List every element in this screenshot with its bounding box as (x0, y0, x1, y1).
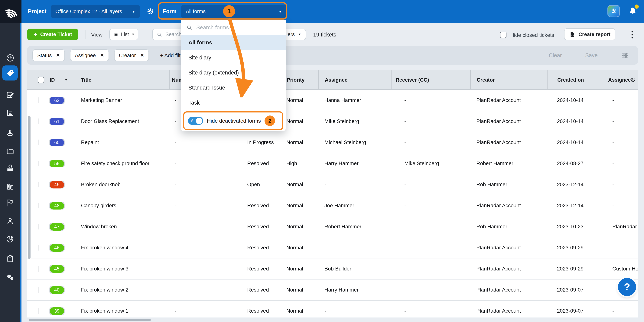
filter-chip-status[interactable]: Status × (32, 49, 65, 61)
dashboard-icon[interactable] (6, 53, 15, 62)
table-row[interactable]: 46 Fix broken window 4 - Resolved Normal… (27, 237, 638, 258)
stamp-icon[interactable] (6, 163, 15, 172)
close-icon[interactable]: × (140, 52, 144, 58)
create-report-label: Create report (578, 31, 610, 37)
hide-closed-checkbox[interactable] (500, 32, 506, 38)
ticket-assigned: - (603, 161, 638, 166)
table-row[interactable]: 62 Marketing Banner - Normal Hanna Hamme… (27, 90, 638, 111)
step-2-badge: 2 (264, 116, 275, 126)
column-header-receiver[interactable]: Receiver (CC) (391, 70, 470, 89)
row-checkbox[interactable] (38, 266, 38, 272)
view-list-dropdown[interactable]: List ▼ (109, 29, 138, 40)
form-option-site-diary[interactable]: Site diary (181, 50, 286, 65)
table-row[interactable]: 59 Fire safety check ground floor - Reso… (27, 153, 638, 174)
column-settings-gear-icon[interactable] (630, 77, 636, 83)
ticket-title[interactable]: Door Glass Replacement (81, 119, 169, 124)
ticket-id-badge: 46 (50, 244, 64, 251)
statistics-icon[interactable] (6, 108, 15, 117)
form-option-task[interactable]: Task (181, 95, 286, 110)
notifications-bell-icon[interactable] (628, 6, 638, 16)
ticket-title[interactable]: Fix broken window 3 (81, 266, 169, 272)
column-header-assignee[interactable]: Assignee (318, 70, 391, 89)
pie-chart-icon[interactable] (6, 234, 15, 243)
row-checkbox[interactable] (38, 224, 38, 229)
create-ticket-button[interactable]: + Create Ticket (27, 29, 78, 40)
column-header-creator[interactable]: Creator (470, 70, 547, 89)
ticket-number: - (169, 245, 244, 251)
table-row[interactable]: 61 Door Glass Replacement - Normal Mike … (27, 111, 638, 132)
chip-label: Creator (119, 52, 136, 58)
row-checkbox[interactable] (38, 161, 38, 166)
ticket-title[interactable]: Window broken (81, 224, 169, 229)
form-option-site-diary-extended[interactable]: Site diary (extended) (181, 65, 286, 80)
table-row[interactable]: 49 Broken doorknob - Open Normal - - Rob… (27, 174, 638, 195)
select-all-checkbox[interactable] (38, 77, 44, 83)
clipboard-icon[interactable] (6, 254, 15, 263)
row-checkbox[interactable] (38, 119, 38, 124)
column-header-assigned[interactable]: Assignee (603, 70, 638, 89)
filter-settings-sliders-icon[interactable] (621, 51, 629, 59)
clear-filters-button[interactable]: Clear (549, 52, 562, 58)
ticket-title[interactable]: Fix broken window 2 (81, 287, 169, 293)
row-checkbox[interactable] (38, 97, 38, 103)
horizontal-scrollbar[interactable] (29, 319, 151, 321)
site-presence-icon[interactable] (6, 128, 15, 137)
hide-deactivated-toggle-on[interactable]: ✓ (188, 117, 203, 125)
flag-icon[interactable] (6, 198, 15, 207)
table-row[interactable]: 39 Fix broken window 1 - Resolved Normal… (27, 301, 638, 318)
form-option-all-forms[interactable]: All forms (181, 35, 286, 50)
sidebar-item-tickets-active[interactable] (2, 65, 18, 80)
table-row[interactable]: 60 Repaint - In Progress Normal Michael … (27, 132, 638, 153)
row-checkbox[interactable] (38, 308, 38, 314)
table-row[interactable]: 47 Window broken - Resolved Normal Rober… (27, 216, 638, 237)
plus-icon: + (34, 31, 37, 38)
project-dropdown[interactable]: Office Complex 12 - All layers ▼ (51, 5, 140, 18)
ticket-assignee: Robert Hammer (318, 224, 391, 229)
ticket-title[interactable]: Fix broken window 4 (81, 245, 169, 251)
settings-gears-icon[interactable] (6, 273, 15, 282)
hide-closed-tickets-control[interactable]: Hide closed tickets (500, 32, 554, 38)
form-option-standard-issue[interactable]: Standard Issue (181, 80, 286, 95)
row-checkbox[interactable] (38, 140, 38, 145)
plans-icon[interactable] (6, 90, 15, 99)
table-row[interactable]: 45 Fix broken window 3 - Resolved Normal… (27, 258, 638, 280)
more-options-kebab-icon[interactable] (630, 29, 635, 40)
filter-chip-assignee[interactable]: Assignee × (70, 49, 109, 61)
close-icon[interactable]: × (100, 52, 104, 58)
close-icon[interactable]: × (56, 52, 60, 58)
ticket-title[interactable]: Repaint (81, 140, 169, 145)
ticket-title[interactable]: Fire safety check ground floor (81, 161, 169, 166)
form-search-row[interactable] (181, 20, 286, 35)
row-checkbox[interactable] (38, 287, 38, 293)
column-header-created-on[interactable]: Created on (547, 70, 603, 89)
column-header-id[interactable]: ID ▼ (46, 70, 81, 89)
create-report-button[interactable]: PDF Create report (564, 28, 615, 40)
chevron-down-icon: ▼ (132, 9, 135, 13)
vertical-scrollbar[interactable] (28, 116, 30, 259)
ticket-title[interactable]: Marketing Banner (81, 97, 169, 103)
ticket-status: Resolved (244, 224, 284, 229)
ticket-title[interactable]: Canopy girders (81, 203, 169, 208)
company-buildings-icon[interactable] (6, 182, 15, 191)
documents-folder-icon[interactable] (6, 147, 15, 156)
ticket-title[interactable]: Fix broken window 1 (81, 308, 169, 314)
contacts-person-icon[interactable] (6, 216, 15, 225)
table-row[interactable]: 48 Canopy girders - Resolved Normal Joe … (27, 195, 638, 216)
app-switcher-icon[interactable] (608, 6, 619, 16)
filter-chip-creator[interactable]: Creator × (114, 49, 149, 61)
row-checkbox[interactable] (38, 182, 38, 187)
table-row[interactable]: 40 Fix broken window 2 - Resolved Normal… (27, 280, 638, 301)
project-settings-gear-icon[interactable] (146, 7, 154, 15)
row-checkbox[interactable] (38, 203, 38, 208)
toolbar-divider (86, 30, 86, 39)
help-button[interactable]: ? (618, 278, 636, 296)
column-header-priority[interactable]: Priority (284, 70, 318, 89)
column-header-title[interactable]: Title (81, 70, 169, 89)
planradar-logo[interactable] (0, 0, 22, 23)
project-dropdown-value: Office Complex 12 - All layers (56, 9, 122, 14)
ticket-priority: Normal (284, 287, 318, 293)
form-search-input[interactable] (196, 24, 280, 31)
row-checkbox[interactable] (38, 245, 38, 251)
save-filters-button[interactable]: Save (585, 52, 598, 58)
ticket-title[interactable]: Broken doorknob (81, 182, 169, 187)
